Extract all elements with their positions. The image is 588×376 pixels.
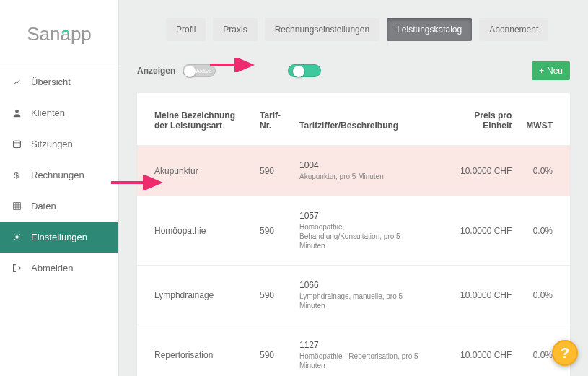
tab-leistungskatalog[interactable]: Leistungskatalog <box>387 18 472 41</box>
sidebar-item-label: Klienten <box>31 108 65 118</box>
svg-rect-1 <box>13 141 20 147</box>
tab-abonnement[interactable]: Abonnement <box>479 18 548 41</box>
cell-preis: 10.0000 CHF <box>450 196 519 266</box>
sidebar-item-klienten[interactable]: Klienten <box>0 97 118 128</box>
col-bezeichnung: Meine Bezeichnung der Leistungsart <box>137 93 253 146</box>
cell-preis: 10.0000 CHF <box>450 266 519 325</box>
calendar-icon <box>11 139 22 149</box>
cell-mwst: 0.0% <box>519 146 570 196</box>
cell-bezeichnung: Lymphdrainage <box>137 266 253 325</box>
sidebar-item-label: Rechnungen <box>31 170 84 180</box>
cell-desc: 1057 Homöopathie, Behandlung/Konsultatio… <box>292 196 450 266</box>
brand-text: Sanapp <box>27 23 92 45</box>
sidebar-item-rechnungen[interactable]: $ Rechnungen <box>0 159 118 191</box>
sidebar-item-einstellungen[interactable]: Einstellungen <box>0 222 118 253</box>
cell-tarif-nr: 590 <box>253 266 292 325</box>
cell-desc: 1066 Lymphdrainage, manuelle, pro 5 Minu… <box>292 266 450 325</box>
services-table: Meine Bezeichnung der Leistungsart Tarif… <box>137 93 570 376</box>
cell-preis: 10.0000 CHF <box>450 146 519 196</box>
svg-point-9 <box>15 236 17 238</box>
cell-mwst: 0.0% <box>519 266 570 325</box>
svg-rect-4 <box>13 203 20 210</box>
cell-mwst: 0.0% <box>519 196 570 266</box>
help-icon: ? <box>561 345 569 362</box>
gear-icon <box>11 232 22 242</box>
sidebar-item-label: Daten <box>31 201 56 211</box>
leaf-icon <box>61 17 70 26</box>
sidebar-nav: Übersicht Klienten Sitzungen $ Rechnunge… <box>0 66 118 284</box>
sidebar-item-daten[interactable]: Daten <box>0 191 118 222</box>
sidebar-item-label: Sitzungen <box>31 139 73 149</box>
toggle-aktive-label: Aktive <box>196 65 212 78</box>
new-button-label: Neu <box>547 66 563 76</box>
sidebar-item-label: Abmelden <box>31 263 74 274</box>
toggle-aktive[interactable]: Aktive <box>183 64 216 77</box>
cell-bezeichnung: Homöopathie <box>137 196 253 266</box>
signout-icon <box>11 263 22 273</box>
main-content: Profil Praxis Rechnungseinstellungen Lei… <box>119 0 588 376</box>
help-button[interactable]: ? <box>552 340 578 366</box>
cell-tarif-nr: 590 <box>253 196 292 266</box>
sidebar-item-label: Übersicht <box>31 76 71 87</box>
table-row[interactable]: Homöopathie 590 1057 Homöopathie, Behand… <box>137 196 570 266</box>
table-row[interactable]: Repertorisation 590 1127 Homöopathie - R… <box>137 325 570 377</box>
tab-rechnungseinstellungen[interactable]: Rechnungseinstellungen <box>265 18 379 41</box>
svg-point-0 <box>15 110 19 113</box>
brand-logo: Sanapp <box>0 0 118 66</box>
new-button[interactable]: + Neu <box>532 61 570 80</box>
col-preis: Preis pro Einheit <box>450 93 519 146</box>
tab-profil[interactable]: Profil <box>166 18 206 41</box>
table-row[interactable]: Akupunktur 590 1004 Akupunktur, pro 5 Mi… <box>137 146 570 196</box>
toggle-knob <box>293 66 304 77</box>
cell-preis: 10.0000 CHF <box>450 325 519 377</box>
user-icon <box>11 108 22 118</box>
dollar-icon: $ <box>11 170 22 180</box>
col-tarif-nr: Tarif-Nr. <box>253 93 292 146</box>
toggle-knob <box>184 66 196 77</box>
cell-tarif-nr: 590 <box>253 325 292 377</box>
grid-icon <box>11 201 22 211</box>
svg-text:$: $ <box>14 171 19 180</box>
table-row[interactable]: Lymphdrainage 590 1066 Lymphdrainage, ma… <box>137 266 570 325</box>
chart-line-icon <box>11 77 22 87</box>
col-mwst: MWST <box>519 93 570 146</box>
sidebar-item-uebersicht[interactable]: Übersicht <box>0 66 118 97</box>
tabs: Profil Praxis Rechnungseinstellungen Lei… <box>166 18 570 41</box>
plus-icon: + <box>539 66 544 76</box>
cell-desc: 1004 Akupunktur, pro 5 Minuten <box>292 146 450 196</box>
filter-row: Anzeigen Aktive Alle + Neu <box>137 61 570 80</box>
filter-label: Anzeigen <box>137 66 175 76</box>
cell-desc: 1127 Homöopathie - Repertorisation, pro … <box>292 325 450 377</box>
services-card: Meine Bezeichnung der Leistungsart Tarif… <box>137 93 570 376</box>
sidebar-item-sitzungen[interactable]: Sitzungen <box>0 128 118 159</box>
sidebar-item-label: Einstellungen <box>31 232 87 242</box>
toggle-alle[interactable]: Alle <box>288 64 321 77</box>
cell-bezeichnung: Repertorisation <box>137 325 253 377</box>
cell-tarif-nr: 590 <box>253 146 292 196</box>
cell-bezeichnung: Akupunktur <box>137 146 253 196</box>
col-tarifziffer: Tarifziffer/Beschreibung <box>292 93 450 146</box>
sidebar-item-abmelden[interactable]: Abmelden <box>0 253 118 284</box>
sidebar: Sanapp Übersicht Klienten Sitzungen $ Re… <box>0 0 119 376</box>
tab-praxis[interactable]: Praxis <box>213 18 257 41</box>
